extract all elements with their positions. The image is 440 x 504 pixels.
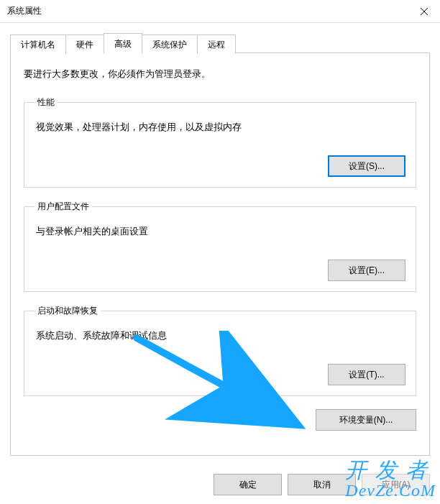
group-user-profiles: 用户配置文件 与登录帐户相关的桌面设置 设置(E)... [24, 201, 416, 292]
window-close-button[interactable] [408, 1, 440, 22]
group-startup-recovery-legend: 启动和故障恢复 [35, 305, 101, 317]
tab-computer-name[interactable]: 计算机名 [10, 35, 66, 54]
titlebar: 系统属性 [0, 0, 440, 23]
group-performance-legend: 性能 [35, 96, 58, 109]
startup-recovery-desc: 系统启动、系统故障和调试信息 [36, 330, 405, 342]
tab-strip: 计算机名 硬件 高级 系统保护 远程 [10, 33, 430, 53]
group-performance: 性能 视觉效果，处理器计划，内存使用，以及虚拟内存 设置(S)... [24, 96, 416, 188]
cancel-button[interactable]: 取消 [288, 474, 356, 495]
performance-desc: 视觉效果，处理器计划，内存使用，以及虚拟内存 [36, 122, 405, 134]
environment-variables-button[interactable]: 环境变量(N)... [316, 409, 416, 431]
admin-intro-text: 要进行大多数更改，你必须作为管理员登录。 [24, 68, 416, 81]
env-vars-row: 环境变量(N)... [24, 409, 416, 431]
tab-hardware[interactable]: 硬件 [65, 35, 104, 54]
performance-settings-button[interactable]: 设置(S)... [328, 155, 405, 177]
dialog-content: 计算机名 硬件 高级 系统保护 远程 要进行大多数更改，你必须作为管理员登录。 … [0, 23, 440, 456]
ok-button[interactable]: 确定 [214, 474, 282, 495]
close-icon [421, 8, 428, 15]
dialog-button-row: 确定 取消 应用(A) [214, 474, 430, 495]
tab-advanced[interactable]: 高级 [104, 33, 142, 53]
user-profiles-desc: 与登录帐户相关的桌面设置 [36, 226, 405, 238]
tab-system-protection[interactable]: 系统保护 [142, 35, 198, 54]
group-startup-recovery: 启动和故障恢复 系统启动、系统故障和调试信息 设置(T)... [24, 305, 416, 396]
tab-remote[interactable]: 远程 [197, 35, 236, 54]
window-title: 系统属性 [7, 5, 42, 17]
apply-button[interactable]: 应用(A) [362, 474, 430, 495]
user-profiles-settings-button[interactable]: 设置(E)... [328, 260, 405, 281]
group-user-profiles-legend: 用户配置文件 [35, 201, 92, 213]
startup-recovery-settings-button[interactable]: 设置(T)... [328, 364, 405, 385]
tab-panel-advanced: 要进行大多数更改，你必须作为管理员登录。 性能 视觉效果，处理器计划，内存使用，… [10, 53, 430, 456]
